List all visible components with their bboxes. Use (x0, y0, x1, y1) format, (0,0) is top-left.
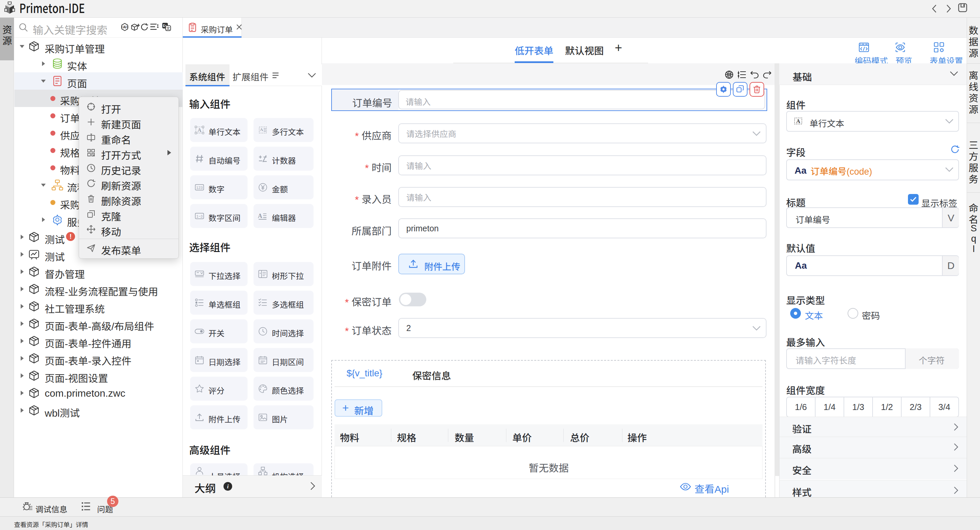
svg-text:A: A (796, 118, 800, 124)
svg-text:文: 文 (167, 26, 170, 30)
svg-text:1~3: 1~3 (196, 214, 202, 218)
svg-text:AI: AI (123, 25, 127, 29)
svg-text:A: A (197, 127, 202, 133)
svg-text:i: i (227, 483, 229, 490)
svg-text:A: A (260, 127, 263, 132)
svg-text:A: A (258, 213, 262, 219)
svg-text:123: 123 (196, 185, 202, 190)
